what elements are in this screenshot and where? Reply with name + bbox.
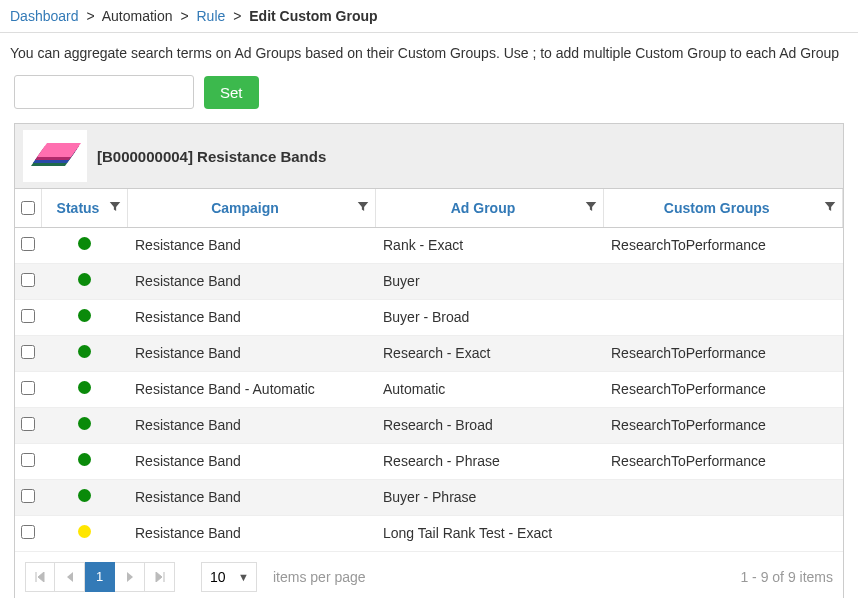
row-select-cell: [15, 407, 41, 443]
row-adgroup-cell: Research - Phrase: [375, 443, 603, 479]
breadcrumb-sep: >: [180, 8, 188, 24]
filter-icon[interactable]: [109, 200, 121, 215]
row-checkbox[interactable]: [21, 273, 35, 287]
items-per-page-label: items per page: [273, 569, 366, 585]
set-button[interactable]: Set: [204, 76, 259, 109]
row-campaign-cell: Resistance Band: [127, 515, 375, 551]
pager-next-button[interactable]: [115, 562, 145, 592]
pager-first-button[interactable]: [25, 562, 55, 592]
product-header: [B000000004] Resistance Bands: [15, 124, 843, 189]
status-dot-icon: [78, 309, 91, 322]
row-checkbox[interactable]: [21, 453, 35, 467]
grid-container: [B000000004] Resistance Bands Status Cam…: [14, 123, 844, 598]
status-dot-icon: [78, 273, 91, 286]
col-customgroups-label: Custom Groups: [664, 200, 770, 216]
row-campaign-cell: Resistance Band: [127, 335, 375, 371]
prev-page-icon: [66, 572, 74, 582]
row-campaign-cell: Resistance Band: [127, 479, 375, 515]
row-checkbox[interactable]: [21, 381, 35, 395]
status-dot-icon: [78, 525, 91, 538]
table-row: Resistance BandBuyer: [15, 263, 843, 299]
table-row: Resistance BandResearch - ExactResearchT…: [15, 335, 843, 371]
svg-marker-3: [37, 143, 81, 157]
row-checkbox[interactable]: [21, 525, 35, 539]
row-campaign-cell: Resistance Band: [127, 263, 375, 299]
col-campaign-label: Campaign: [211, 200, 279, 216]
row-adgroup-cell: Rank - Exact: [375, 227, 603, 263]
breadcrumb-sep: >: [86, 8, 94, 24]
breadcrumb-text-automation: Automation: [102, 8, 173, 24]
filter-icon[interactable]: [357, 200, 369, 215]
table-row: Resistance BandResearch - BroadResearchT…: [15, 407, 843, 443]
col-status-label[interactable]: Status: [57, 200, 100, 216]
col-campaign[interactable]: Campaign: [127, 189, 375, 227]
page-size-select[interactable]: [201, 562, 257, 592]
pager-page-number[interactable]: 1: [85, 562, 115, 592]
row-checkbox[interactable]: [21, 309, 35, 323]
row-status-cell: [41, 443, 127, 479]
row-adgroup-cell: Buyer - Broad: [375, 299, 603, 335]
bands-icon: [25, 132, 85, 180]
breadcrumb-link-dashboard[interactable]: Dashboard: [10, 8, 79, 24]
row-status-cell: [41, 407, 127, 443]
breadcrumb-sep: >: [233, 8, 241, 24]
custom-group-input[interactable]: [14, 75, 194, 109]
row-customgroups-cell: ResearchToPerformance: [603, 407, 843, 443]
col-adgroup[interactable]: Ad Group: [375, 189, 603, 227]
row-adgroup-cell: Buyer: [375, 263, 603, 299]
product-thumb: [23, 130, 87, 182]
row-status-cell: [41, 227, 127, 263]
row-campaign-cell: Resistance Band - Automatic: [127, 371, 375, 407]
pager-prev-button[interactable]: [55, 562, 85, 592]
filter-icon[interactable]: [585, 200, 597, 215]
row-campaign-cell: Resistance Band: [127, 407, 375, 443]
col-customgroups[interactable]: Custom Groups: [603, 189, 843, 227]
row-campaign-cell: Resistance Band: [127, 227, 375, 263]
col-adgroup-label: Ad Group: [451, 200, 516, 216]
row-status-cell: [41, 335, 127, 371]
row-adgroup-cell: Long Tail Rank Test - Exact: [375, 515, 603, 551]
row-select-cell: [15, 515, 41, 551]
row-customgroups-cell: ResearchToPerformance: [603, 371, 843, 407]
next-page-icon: [126, 572, 134, 582]
col-status[interactable]: Status: [41, 189, 127, 227]
status-dot-icon: [78, 417, 91, 430]
row-customgroups-cell: ResearchToPerformance: [603, 443, 843, 479]
last-page-icon: [155, 572, 165, 582]
table-row: Resistance BandRank - ExactResearchToPer…: [15, 227, 843, 263]
row-customgroups-cell: [603, 299, 843, 335]
row-checkbox[interactable]: [21, 417, 35, 431]
product-title: [B000000004] Resistance Bands: [97, 148, 326, 165]
row-customgroups-cell: ResearchToPerformance: [603, 335, 843, 371]
row-select-cell: [15, 335, 41, 371]
first-page-icon: [35, 572, 45, 582]
row-adgroup-cell: Buyer - Phrase: [375, 479, 603, 515]
row-adgroup-cell: Research - Exact: [375, 335, 603, 371]
filter-icon[interactable]: [824, 200, 836, 215]
page-size-select-wrap: ▼: [201, 562, 257, 592]
row-status-cell: [41, 371, 127, 407]
table-row: Resistance Band - AutomaticAutomaticRese…: [15, 371, 843, 407]
pager-info: 1 - 9 of 9 items: [740, 569, 833, 585]
row-select-cell: [15, 479, 41, 515]
breadcrumb-current: Edit Custom Group: [249, 8, 377, 24]
status-dot-icon: [78, 237, 91, 250]
row-customgroups-cell: [603, 479, 843, 515]
status-dot-icon: [78, 381, 91, 394]
status-dot-icon: [78, 345, 91, 358]
pager: 1 ▼ items per page 1 - 9 of 9 items: [15, 552, 843, 599]
row-select-cell: [15, 443, 41, 479]
select-all-checkbox[interactable]: [21, 201, 35, 215]
status-dot-icon: [78, 453, 91, 466]
row-customgroups-cell: [603, 515, 843, 551]
breadcrumb-link-rule[interactable]: Rule: [197, 8, 226, 24]
row-checkbox[interactable]: [21, 489, 35, 503]
row-checkbox[interactable]: [21, 345, 35, 359]
status-dot-icon: [78, 489, 91, 502]
table-row: Resistance BandLong Tail Rank Test - Exa…: [15, 515, 843, 551]
row-status-cell: [41, 479, 127, 515]
row-checkbox[interactable]: [21, 237, 35, 251]
pager-last-button[interactable]: [145, 562, 175, 592]
table-row: Resistance BandBuyer - Phrase: [15, 479, 843, 515]
row-adgroup-cell: Automatic: [375, 371, 603, 407]
